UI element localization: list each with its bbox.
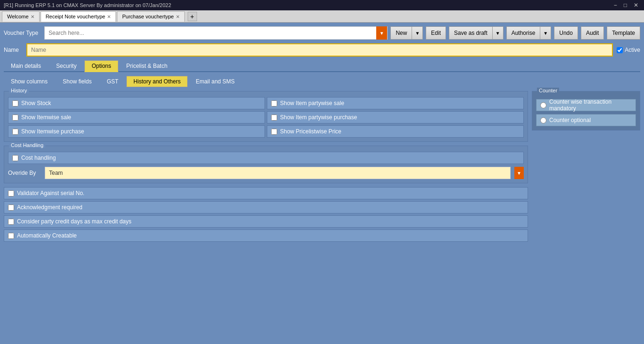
- add-tab-button[interactable]: +: [188, 12, 197, 21]
- tab-purchase[interactable]: Purchase vouchertype ✕: [117, 11, 184, 22]
- new-dropdown-arrow[interactable]: ▼: [412, 26, 423, 40]
- counter-mandatory-radio[interactable]: [540, 102, 546, 108]
- override-select[interactable]: Team: [45, 167, 511, 179]
- nav-tabs: Main details Security Options Pricelist …: [4, 60, 640, 72]
- auto-creatable-checkbox[interactable]: [8, 233, 14, 239]
- active-label[interactable]: Active: [625, 47, 640, 53]
- show-itemwise-purchase-checkbox[interactable]: [12, 129, 18, 135]
- tab-options[interactable]: Options: [84, 60, 118, 72]
- show-stock-row: Show Stock: [8, 97, 265, 109]
- counter-mandatory-box: Counter wise transaction mandatory: [536, 99, 636, 111]
- show-item-partywise-purchase-checkbox[interactable]: [271, 115, 277, 121]
- toolbar-row: Voucher Type ▼ New ▼ Edit Save as draft …: [4, 26, 640, 40]
- counter-optional-box: Counter optional: [536, 114, 636, 126]
- active-checkbox-group: Active: [617, 47, 640, 53]
- override-row: Overide By Team ▼: [8, 167, 524, 179]
- edit-button[interactable]: Edit: [426, 26, 446, 40]
- validator-row: Validator Against serial No.: [4, 187, 528, 199]
- show-itemwise-sale-row: Show Itemwise sale: [8, 111, 265, 123]
- subtab-history-others[interactable]: History and Others: [126, 76, 188, 87]
- tab-receipt-note-label: Receipt Note vouchertype: [46, 14, 106, 19]
- credit-days-row: Consider party credit days as max credit…: [4, 215, 528, 228]
- tab-purchase-close[interactable]: ✕: [176, 14, 180, 19]
- show-pricelistwise-price-row: Show Pricelistwise Price: [267, 125, 524, 138]
- minimize-button[interactable]: −: [612, 2, 619, 8]
- tab-receipt-note-close[interactable]: ✕: [107, 14, 111, 19]
- show-item-partywise-sale-label[interactable]: Show Item partywise sale: [280, 100, 344, 106]
- validator-label[interactable]: Validator Against serial No.: [17, 190, 84, 197]
- content-area: History Show Stock Show Item partywise s…: [4, 91, 640, 244]
- tab-welcome[interactable]: Welcome ✕: [2, 11, 40, 22]
- subtab-gst[interactable]: GST: [99, 76, 125, 87]
- subtab-email-sms[interactable]: Email and SMS: [189, 76, 242, 87]
- counter-mandatory-option: Counter wise transaction mandatory: [536, 99, 636, 111]
- voucher-type-search[interactable]: ▼: [44, 26, 388, 40]
- counter-optional-label[interactable]: Counter optional: [549, 117, 591, 123]
- authorise-dropdown-arrow[interactable]: ▼: [540, 26, 551, 40]
- acknowledgment-row: Acknowledgment required: [4, 201, 528, 213]
- name-input[interactable]: [26, 43, 613, 57]
- side-panel: Counter Counter wise transaction mandato…: [532, 91, 640, 244]
- show-pricelistwise-price-checkbox[interactable]: [271, 129, 277, 135]
- auto-creatable-label[interactable]: Automatically Creatable: [17, 232, 77, 239]
- main-content: History Show Stock Show Item partywise s…: [4, 91, 528, 244]
- show-itemwise-purchase-label[interactable]: Show Itemwise purchase: [21, 128, 84, 135]
- show-stock-checkbox[interactable]: [12, 100, 18, 106]
- save-draft-dropdown-arrow[interactable]: ▼: [492, 26, 504, 40]
- new-button-group: New ▼: [390, 26, 423, 40]
- show-itemwise-sale-checkbox[interactable]: [12, 115, 18, 121]
- voucher-type-label: Voucher Type: [4, 30, 41, 36]
- show-itemwise-purchase-row: Show Itemwise purchase: [8, 125, 265, 138]
- standalone-checkboxes: Validator Against serial No. Acknowledgm…: [4, 187, 528, 242]
- counter-mandatory-label[interactable]: Counter wise transaction mandatory: [549, 98, 632, 112]
- show-itemwise-sale-label[interactable]: Show Itemwise sale: [21, 114, 71, 121]
- cost-handling-checkbox[interactable]: [12, 155, 18, 161]
- sub-tabs: Show columns Show fields GST History and…: [4, 76, 640, 87]
- cost-handling-label[interactable]: Cost handling: [21, 155, 56, 161]
- active-checkbox[interactable]: [617, 47, 623, 53]
- show-pricelistwise-price-label[interactable]: Show Pricelistwise Price: [280, 128, 341, 135]
- show-item-partywise-purchase-row: Show Item partywise purchase: [267, 111, 524, 123]
- tab-bar: Welcome ✕ Receipt Note vouchertype ✕ Pur…: [0, 10, 644, 23]
- show-item-partywise-sale-checkbox[interactable]: [271, 100, 277, 106]
- authorise-button[interactable]: Authorise: [506, 26, 540, 40]
- app-title: [R1] Running ERP 5.1 on CMAX Server By a…: [4, 2, 171, 8]
- search-dropdown-button[interactable]: ▼: [376, 26, 387, 40]
- credit-days-label[interactable]: Consider party credit days as max credit…: [17, 218, 132, 225]
- close-button[interactable]: ✕: [632, 2, 640, 8]
- tab-main-details[interactable]: Main details: [4, 60, 48, 71]
- override-value: Team: [49, 170, 63, 176]
- undo-button[interactable]: Undo: [554, 26, 578, 40]
- authorise-button-group: Authorise ▼: [506, 26, 552, 40]
- name-label: Name: [4, 47, 23, 53]
- show-item-partywise-purchase-label[interactable]: Show Item partywise purchase: [280, 114, 357, 121]
- tab-security[interactable]: Security: [49, 60, 83, 71]
- tab-welcome-close[interactable]: ✕: [31, 14, 34, 19]
- tab-receipt-note[interactable]: Receipt Note vouchertype ✕: [41, 11, 116, 22]
- override-dropdown-button[interactable]: ▼: [514, 167, 524, 179]
- tab-purchase-label: Purchase vouchertype: [122, 14, 173, 19]
- main-area: Voucher Type ▼ New ▼ Edit Save as draft …: [0, 23, 644, 344]
- tab-welcome-label: Welcome: [7, 14, 29, 19]
- acknowledgment-checkbox[interactable]: [8, 205, 14, 211]
- cost-handling-legend: Cost Handling: [9, 142, 45, 148]
- counter-optional-radio[interactable]: [540, 117, 546, 123]
- cost-handling-row: Cost handling: [8, 152, 524, 164]
- acknowledgment-label[interactable]: Acknowledgment required: [17, 204, 83, 211]
- subtab-show-columns[interactable]: Show columns: [4, 76, 55, 87]
- subtab-show-fields[interactable]: Show fields: [56, 76, 99, 87]
- tab-pricelist-batch[interactable]: Pricelist & Batch: [119, 60, 174, 71]
- maximize-button[interactable]: □: [622, 2, 629, 8]
- template-button[interactable]: Template: [607, 26, 640, 40]
- save-as-draft-button[interactable]: Save as draft: [449, 26, 492, 40]
- audit-button[interactable]: Audit: [581, 26, 604, 40]
- history-checkboxes: Show Stock Show Item partywise sale Show…: [8, 97, 524, 138]
- validator-checkbox[interactable]: [8, 190, 14, 197]
- new-button[interactable]: New: [390, 26, 412, 40]
- credit-days-checkbox[interactable]: [8, 219, 14, 225]
- save-draft-button-group: Save as draft ▼: [449, 26, 504, 40]
- search-input[interactable]: [45, 27, 376, 39]
- show-stock-label[interactable]: Show Stock: [21, 100, 51, 106]
- override-label: Overide By: [8, 170, 41, 176]
- name-row: Name Active: [4, 43, 640, 57]
